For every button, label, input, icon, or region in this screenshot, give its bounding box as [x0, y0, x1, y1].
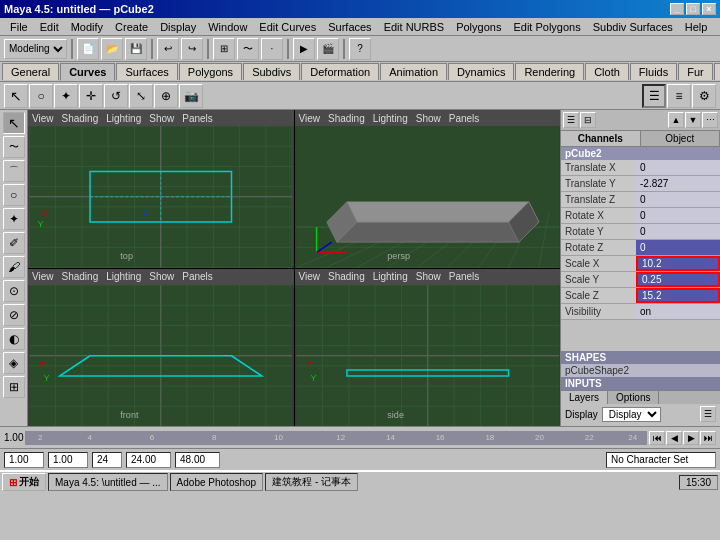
menu-modify[interactable]: Modify — [65, 20, 109, 34]
vp-top-shading[interactable]: Shading — [62, 113, 99, 124]
vp-top-canvas[interactable]: X Y Z top — [28, 126, 294, 268]
vp-side-shading[interactable]: Shading — [328, 271, 365, 282]
menu-create[interactable]: Create — [109, 20, 154, 34]
tool-soft[interactable]: ◐ — [3, 328, 25, 350]
tab-polygons[interactable]: Polygons — [179, 63, 242, 80]
menu-display[interactable]: Display — [154, 20, 202, 34]
channel-row-sx[interactable]: Scale X 10.2 — [561, 256, 720, 272]
icon-paint[interactable]: ✦ — [54, 84, 78, 108]
channel-value-tx[interactable]: 0 — [636, 160, 720, 175]
vp-front-canvas[interactable]: Z Y front — [28, 285, 294, 427]
char-set-field[interactable]: No Character Set — [606, 452, 716, 468]
viewport-side[interactable]: View Shading Lighting Show Panels — [295, 269, 561, 427]
channel-value-ty[interactable]: -2.827 — [636, 176, 720, 191]
vp-side-lighting[interactable]: Lighting — [373, 271, 408, 282]
toolbar-snap-point[interactable]: · — [261, 38, 283, 60]
tool-paint[interactable]: 🖌 — [3, 256, 25, 278]
tab-fluids[interactable]: Fluids — [630, 63, 677, 80]
channel-value-tz[interactable]: 0 — [636, 192, 720, 207]
tab-animation[interactable]: Animation — [380, 63, 447, 80]
channel-row-sy[interactable]: Scale Y 0.25 — [561, 272, 720, 288]
vp-persp-panels[interactable]: Panels — [449, 113, 480, 124]
frame-end-field[interactable]: 24 — [92, 452, 122, 468]
channel-value-sz[interactable]: 15.2 — [636, 288, 720, 303]
cb-icon-2[interactable]: ⊟ — [580, 112, 596, 128]
vp-front-panels[interactable]: Panels — [182, 271, 213, 282]
display-dropdown[interactable]: Display — [602, 407, 661, 422]
vp-front-view[interactable]: View — [32, 271, 54, 282]
tab-surfaces[interactable]: Surfaces — [116, 63, 177, 80]
channel-row-sz[interactable]: Scale Z 15.2 — [561, 288, 720, 304]
channel-row-ty[interactable]: Translate Y -2.827 — [561, 176, 720, 192]
vp-top-view[interactable]: View — [32, 113, 54, 124]
vp-front-shading[interactable]: Shading — [62, 271, 99, 282]
tab-general[interactable]: General — [2, 63, 59, 80]
start-button[interactable]: ⊞ 开始 — [2, 473, 46, 491]
tool-extra[interactable]: ⊞ — [3, 376, 25, 398]
menu-polygons[interactable]: Polygons — [450, 20, 507, 34]
cb-icon-1[interactable]: ☰ — [563, 112, 579, 128]
menu-file[interactable]: File — [4, 20, 34, 34]
fps-field[interactable]: 48.00 — [175, 452, 220, 468]
tab-rendering[interactable]: Rendering — [515, 63, 584, 80]
vp-persp-canvas[interactable]: persp — [295, 126, 561, 268]
toolbar-snap-curve[interactable]: 〜 — [237, 38, 259, 60]
layers-icon[interactable]: ☰ — [700, 406, 716, 422]
vp-top-lighting[interactable]: Lighting — [106, 113, 141, 124]
menu-help[interactable]: Help — [679, 20, 714, 34]
channel-row-ry[interactable]: Rotate Y 0 — [561, 224, 720, 240]
tab-object[interactable]: Object — [641, 131, 721, 146]
tab-fur[interactable]: Fur — [678, 63, 713, 80]
menu-subdiv[interactable]: Subdiv Surfaces — [587, 20, 679, 34]
play-goto-start[interactable]: ⏮ — [649, 431, 665, 445]
viewport-top[interactable]: View Shading Lighting Show Panels — [28, 110, 294, 268]
vp-side-show[interactable]: Show — [416, 271, 441, 282]
menu-edit[interactable]: Edit — [34, 20, 65, 34]
vp-front-show[interactable]: Show — [149, 271, 174, 282]
timeline-bar[interactable]: 2 4 6 8 10 12 14 16 18 20 22 24 — [25, 431, 647, 445]
play-forward[interactable]: ▶ — [683, 431, 699, 445]
channel-row-rx[interactable]: Rotate X 0 — [561, 208, 720, 224]
channel-row-rz[interactable]: Rotate Z 0 — [561, 240, 720, 256]
icon-tool-settings[interactable]: ⚙ — [692, 84, 716, 108]
tool-lasso[interactable]: ⊙ — [3, 280, 25, 302]
channel-value-vis[interactable]: on — [636, 304, 720, 319]
tool-brush[interactable]: ✐ — [3, 232, 25, 254]
vp-persp-shading[interactable]: Shading — [328, 113, 365, 124]
toolbar-snap-grid[interactable]: ⊞ — [213, 38, 235, 60]
vp-side-view[interactable]: View — [299, 271, 321, 282]
channel-value-sx[interactable]: 10.2 — [636, 256, 720, 271]
toolbar-help[interactable]: ? — [349, 38, 371, 60]
icon-move[interactable]: ✛ — [79, 84, 103, 108]
frame-current-field[interactable]: 1.00 — [48, 452, 88, 468]
cb-icon-4[interactable]: ▼ — [685, 112, 701, 128]
channel-value-rx[interactable]: 0 — [636, 208, 720, 223]
toolbar-render[interactable]: ▶ — [293, 38, 315, 60]
icon-lasso[interactable]: ○ — [29, 84, 53, 108]
close-button[interactable]: × — [702, 3, 716, 15]
tab-custom[interactable]: Custom — [714, 63, 720, 80]
menu-window[interactable]: Window — [202, 20, 253, 34]
tab-options[interactable]: Options — [608, 391, 659, 404]
toolbar-new[interactable]: 📄 — [77, 38, 99, 60]
mode-selector[interactable]: Modeling — [4, 39, 67, 59]
cb-icon-3[interactable]: ▲ — [668, 112, 684, 128]
play-goto-end[interactable]: ⏭ — [700, 431, 716, 445]
vp-side-canvas[interactable]: Z Y side — [295, 285, 561, 427]
vp-front-lighting[interactable]: Lighting — [106, 271, 141, 282]
channel-row-tx[interactable]: Translate X 0 — [561, 160, 720, 176]
toolbar-open[interactable]: 📂 — [101, 38, 123, 60]
cb-icon-5[interactable]: ⋯ — [702, 112, 718, 128]
tool-curve1[interactable]: 〜 — [3, 136, 25, 158]
tab-subdivs[interactable]: Subdivs — [243, 63, 300, 80]
taskbar-photoshop[interactable]: Adobe Photoshop — [170, 473, 264, 491]
tab-curves[interactable]: Curves — [60, 63, 115, 81]
tab-dynamics[interactable]: Dynamics — [448, 63, 514, 80]
tab-deformation[interactable]: Deformation — [301, 63, 379, 80]
icon-select[interactable]: ↖ — [4, 84, 28, 108]
viewport-front[interactable]: View Shading Lighting Show Panels — [28, 269, 294, 427]
tool-sculpt[interactable]: ◈ — [3, 352, 25, 374]
icon-attr-editor[interactable]: ≡ — [667, 84, 691, 108]
toolbar-save[interactable]: 💾 — [125, 38, 147, 60]
tool-circle[interactable]: ○ — [3, 184, 25, 206]
